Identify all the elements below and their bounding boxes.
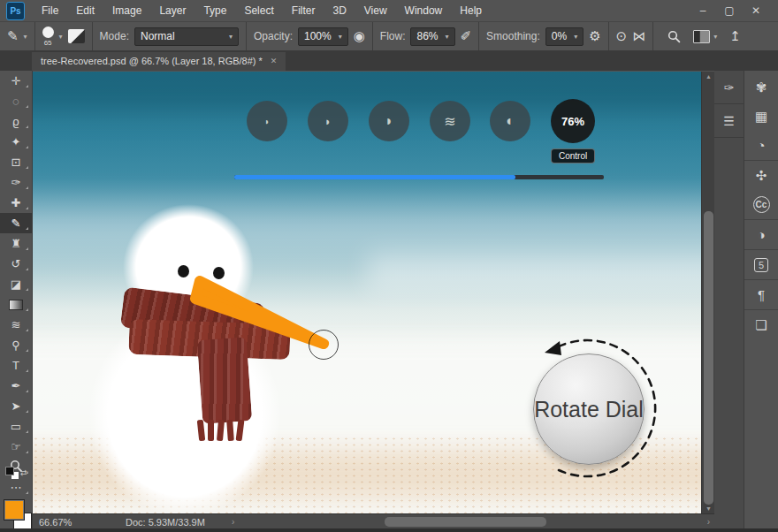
move-tool[interactable]: ✛ — [0, 71, 32, 91]
vertical-scrollbar-thumb[interactable] — [704, 211, 713, 505]
menu-3d[interactable]: 3D — [324, 0, 355, 21]
timeline-panel-button[interactable]: 5 — [744, 250, 778, 280]
minimize-button[interactable]: – — [690, 0, 716, 21]
marquee-tool[interactable]: ◌ — [0, 91, 32, 111]
brush-texture-button[interactable]: ≋ — [430, 101, 470, 141]
size-pressure-icon[interactable]: ⊙ — [616, 28, 628, 44]
share-icon[interactable]: ↥ — [729, 28, 741, 44]
gear-icon[interactable]: ⚙ — [589, 28, 600, 44]
quick-selection-tool[interactable]: ✦ — [0, 132, 32, 152]
layers-panel-button[interactable]: ❏ — [744, 310, 778, 339]
brush-tip-medium-button[interactable]: ◗ — [308, 101, 348, 141]
horizontal-scrollbar-thumb[interactable] — [385, 517, 546, 527]
shape-tool[interactable]: ▭ — [0, 416, 32, 437]
brush-dual-button[interactable]: ◐ — [490, 101, 530, 141]
swatches-panel-button[interactable]: ▦ — [744, 102, 778, 131]
airbrush-icon[interactable]: ✐ — [461, 28, 472, 44]
dodge-tool[interactable]: ⚲ — [0, 335, 32, 355]
smoothing-dropdown[interactable]: 0% ▾ — [545, 27, 584, 46]
blend-mode-group: Mode: Normal ▾ — [93, 22, 247, 50]
brush-tip-small-icon: ◗ — [264, 117, 270, 126]
move-icon: ✛ — [11, 74, 21, 87]
hand-tool[interactable]: ☞ — [0, 437, 32, 457]
brush-tool[interactable]: ✎ — [0, 213, 32, 233]
path-select-tool[interactable]: ➤ — [0, 396, 32, 416]
menu-filter[interactable]: Filter — [283, 0, 324, 21]
opacity-pressure-icon[interactable]: ◉ — [354, 28, 365, 44]
brush-settings-panel-button[interactable]: ✑ — [714, 71, 744, 104]
scroll-up-icon[interactable]: ▲ — [702, 72, 715, 81]
menu-view[interactable]: View — [355, 0, 396, 21]
color-panel-button[interactable]: ✾ — [744, 72, 778, 102]
dial-value-circle[interactable]: 76% — [551, 99, 595, 143]
rotate-dial-label: Rotate Dial — [534, 397, 644, 422]
smudge-tool[interactable]: ≋ — [0, 315, 32, 335]
menu-help[interactable]: Help — [451, 0, 491, 21]
edit-toolbar-tool[interactable]: ⋯ — [0, 477, 32, 498]
brushes-panel-button[interactable]: ☰ — [714, 104, 744, 138]
menu-bar: Ps FileEditImageLayerTypeSelectFilter3DV… — [0, 0, 778, 22]
foreground-color-swatch[interactable] — [4, 499, 25, 521]
default-swatches[interactable] — [5, 467, 21, 479]
lasso-tool[interactable]: ϱ — [0, 111, 32, 132]
toggle-brush-settings-icon[interactable] — [68, 29, 85, 43]
libraries-panel-button[interactable]: Cc — [744, 190, 778, 220]
symmetry-butterfly-icon[interactable]: ⋈ — [632, 28, 645, 44]
healing-brush-icon: ✚ — [11, 196, 21, 209]
tool-preset-picker[interactable]: ✎ ▾ — [0, 22, 35, 50]
menu-layer[interactable]: Layer — [150, 0, 194, 21]
swap-colors-icon[interactable]: ⇄ — [20, 468, 27, 477]
brush-tip-small-button[interactable]: ◗ — [247, 101, 287, 141]
canvas-area[interactable]: ◗◗◗≋◐ 76% Control Rotate Dial — [32, 72, 701, 513]
menu-edit[interactable]: Edit — [67, 0, 103, 21]
adjustments-panel-button[interactable]: ◑ — [744, 220, 778, 250]
gradient-tool[interactable] — [0, 294, 32, 315]
flow-value: 86% — [416, 30, 438, 42]
rotate-dial[interactable]: Rotate Dial — [533, 353, 645, 465]
vertical-scrollbar[interactable]: ▲ ▼ — [701, 72, 715, 513]
crop-tool[interactable]: ⊡ — [0, 152, 32, 172]
eyedropper-icon: ✑ — [11, 176, 21, 189]
menu-file[interactable]: File — [33, 0, 67, 21]
scarf-tail — [197, 337, 252, 424]
scroll-down-icon[interactable]: ▼ — [702, 504, 715, 513]
pen-tool[interactable]: ✒ — [0, 376, 32, 396]
brush-preset-picker[interactable]: 65 ▾ — [35, 22, 93, 50]
tab-close-icon[interactable]: ✕ — [271, 57, 278, 65]
paragraph-panel-button[interactable]: ¶ — [744, 280, 778, 310]
status-flyout-icon[interactable]: › — [232, 517, 234, 527]
eraser-tool[interactable]: ◪ — [0, 274, 32, 294]
zoom-level-field[interactable]: 66.67% — [39, 517, 94, 528]
gradients-panel-button[interactable]: ◔ — [744, 131, 778, 161]
clone-stamp-tool[interactable]: ♜ — [0, 233, 32, 254]
search-button[interactable] — [667, 30, 681, 43]
brush-tip-large-button[interactable]: ◗ — [369, 101, 409, 141]
eyedropper-tool[interactable]: ✑ — [0, 172, 32, 193]
document-tab[interactable]: tree-Recovered.psd @ 66.7% (Layer 18, RG… — [32, 50, 286, 71]
collapsed-panel-dock: ✑☰ — [714, 50, 744, 532]
paragraph-panel-icon: ¶ — [758, 287, 765, 302]
history-brush-tool[interactable]: ↺ — [0, 254, 32, 274]
menu-image[interactable]: Image — [103, 0, 150, 21]
maximize-button[interactable]: ▢ — [716, 0, 743, 21]
pressure-symmetry-group: ⊙ ⋈ — [609, 22, 654, 50]
type-tool[interactable]: T — [0, 355, 32, 376]
dial-progress-track[interactable] — [234, 175, 604, 179]
menu-type[interactable]: Type — [194, 0, 235, 21]
brush-settings-panel-icon: ✑ — [724, 80, 735, 95]
flow-dropdown[interactable]: 86% ▾ — [410, 27, 454, 46]
menu-window[interactable]: Window — [396, 0, 452, 21]
mode-dropdown[interactable]: Normal ▾ — [134, 27, 239, 46]
opacity-dropdown[interactable]: 100% ▾ — [298, 27, 348, 46]
close-button[interactable]: ✕ — [743, 0, 769, 21]
swatches-panel-icon: ▦ — [755, 109, 767, 125]
scroll-right-icon[interactable]: › — [707, 517, 710, 527]
paths-panel-button[interactable]: ✣ — [744, 161, 778, 190]
dial-value-text: 76% — [561, 115, 584, 128]
healing-brush-tool[interactable]: ✚ — [0, 193, 32, 213]
history-brush-icon: ↺ — [11, 257, 21, 270]
eraser-icon: ◪ — [11, 277, 21, 291]
chevron-down-icon: ▾ — [24, 33, 27, 41]
workspace-switcher[interactable]: ▾ — [693, 30, 717, 43]
menu-select[interactable]: Select — [235, 0, 282, 21]
